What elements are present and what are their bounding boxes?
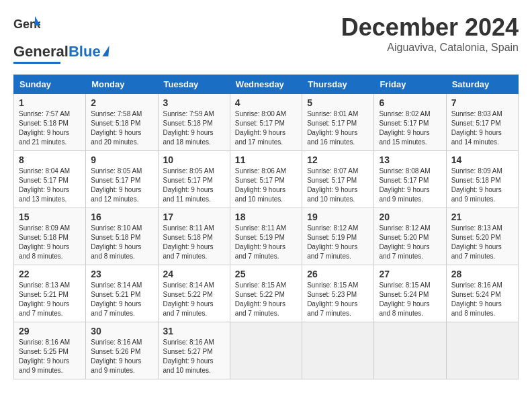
day-number: 7: [451, 97, 513, 108]
day-detail: Sunrise: 8:07 AM Sunset: 5:17 PM Dayligh…: [307, 167, 369, 204]
table-row: 22Sunrise: 8:13 AM Sunset: 5:21 PM Dayli…: [14, 265, 86, 322]
table-row: 2Sunrise: 7:58 AM Sunset: 5:18 PM Daylig…: [86, 94, 158, 151]
day-number: 19: [307, 212, 369, 222]
day-detail: Sunrise: 8:12 AM Sunset: 5:20 PM Dayligh…: [379, 224, 441, 261]
col-sunday: Sunday: [14, 75, 86, 94]
table-row: 19Sunrise: 8:12 AM Sunset: 5:19 PM Dayli…: [302, 208, 374, 265]
table-row: 5Sunrise: 8:01 AM Sunset: 5:17 PM Daylig…: [302, 94, 374, 151]
day-number: 12: [307, 154, 369, 165]
day-detail: Sunrise: 8:02 AM Sunset: 5:17 PM Dayligh…: [379, 109, 441, 147]
day-detail: Sunrise: 8:03 AM Sunset: 5:17 PM Dayligh…: [451, 109, 513, 147]
col-tuesday: Tuesday: [158, 75, 230, 94]
day-detail: Sunrise: 8:01 AM Sunset: 5:17 PM Dayligh…: [307, 109, 369, 147]
day-detail: Sunrise: 8:00 AM Sunset: 5:17 PM Dayligh…: [235, 109, 297, 147]
day-detail: Sunrise: 8:06 AM Sunset: 5:17 PM Dayligh…: [235, 167, 297, 204]
table-row: [446, 322, 518, 379]
table-row: 17Sunrise: 8:11 AM Sunset: 5:18 PM Dayli…: [158, 208, 230, 265]
table-row: 13Sunrise: 8:08 AM Sunset: 5:17 PM Dayli…: [374, 151, 446, 208]
logo: General GeneralBlue: [13, 13, 109, 64]
table-row: 27Sunrise: 8:15 AM Sunset: 5:24 PM Dayli…: [374, 265, 446, 322]
day-number: 16: [91, 212, 152, 222]
day-detail: Sunrise: 8:11 AM Sunset: 5:19 PM Dayligh…: [235, 224, 297, 261]
table-row: 30Sunrise: 8:16 AM Sunset: 5:26 PM Dayli…: [86, 322, 158, 379]
day-detail: Sunrise: 8:14 AM Sunset: 5:22 PM Dayligh…: [163, 281, 225, 318]
table-row: 23Sunrise: 8:14 AM Sunset: 5:21 PM Dayli…: [86, 265, 158, 322]
day-detail: Sunrise: 8:15 AM Sunset: 5:23 PM Dayligh…: [307, 281, 369, 318]
day-detail: Sunrise: 8:04 AM Sunset: 5:17 PM Dayligh…: [19, 167, 81, 204]
table-row: 4Sunrise: 8:00 AM Sunset: 5:17 PM Daylig…: [230, 94, 302, 151]
table-row: 9Sunrise: 8:05 AM Sunset: 5:17 PM Daylig…: [86, 151, 158, 208]
calendar-week-row: 15Sunrise: 8:09 AM Sunset: 5:18 PM Dayli…: [14, 208, 519, 265]
day-detail: Sunrise: 8:05 AM Sunset: 5:17 PM Dayligh…: [91, 167, 152, 204]
day-number: 15: [19, 212, 81, 222]
col-thursday: Thursday: [302, 75, 374, 94]
table-row: 12Sunrise: 8:07 AM Sunset: 5:17 PM Dayli…: [302, 151, 374, 208]
day-detail: Sunrise: 7:57 AM Sunset: 5:18 PM Dayligh…: [19, 109, 81, 147]
day-number: 29: [19, 326, 81, 336]
page-header: General GeneralBlue December 2024 Aiguav…: [13, 13, 519, 64]
table-row: 11Sunrise: 8:06 AM Sunset: 5:17 PM Dayli…: [230, 151, 302, 208]
day-number: 28: [451, 269, 513, 279]
table-row: 10Sunrise: 8:05 AM Sunset: 5:17 PM Dayli…: [158, 151, 230, 208]
day-number: 17: [163, 212, 225, 222]
day-number: 23: [91, 269, 152, 279]
calendar-week-row: 1Sunrise: 7:57 AM Sunset: 5:18 PM Daylig…: [14, 94, 519, 151]
day-detail: Sunrise: 8:16 AM Sunset: 5:24 PM Dayligh…: [451, 281, 513, 318]
table-row: 8Sunrise: 8:04 AM Sunset: 5:17 PM Daylig…: [14, 151, 86, 208]
table-row: 26Sunrise: 8:15 AM Sunset: 5:23 PM Dayli…: [302, 265, 374, 322]
day-number: 31: [163, 326, 225, 336]
calendar-month-year: December 2024: [341, 13, 519, 42]
calendar-title-block: December 2024 Aiguaviva, Catalonia, Spai…: [341, 13, 519, 54]
day-detail: Sunrise: 8:16 AM Sunset: 5:25 PM Dayligh…: [19, 338, 81, 375]
day-number: 22: [19, 269, 81, 279]
day-detail: Sunrise: 8:09 AM Sunset: 5:18 PM Dayligh…: [19, 224, 81, 261]
day-detail: Sunrise: 8:13 AM Sunset: 5:21 PM Dayligh…: [19, 281, 81, 318]
logo-icon: General: [13, 13, 40, 40]
col-monday: Monday: [86, 75, 158, 94]
day-number: 25: [235, 269, 297, 279]
day-detail: Sunrise: 8:16 AM Sunset: 5:27 PM Dayligh…: [163, 338, 225, 375]
day-number: 9: [91, 154, 152, 165]
day-detail: Sunrise: 8:05 AM Sunset: 5:17 PM Dayligh…: [163, 167, 225, 204]
calendar-body: 1Sunrise: 7:57 AM Sunset: 5:18 PM Daylig…: [14, 94, 519, 379]
logo-triangle-icon: [102, 46, 109, 56]
table-row: [302, 322, 374, 379]
table-row: 3Sunrise: 7:59 AM Sunset: 5:18 PM Daylig…: [158, 94, 230, 151]
table-row: 18Sunrise: 8:11 AM Sunset: 5:19 PM Dayli…: [230, 208, 302, 265]
day-detail: Sunrise: 8:09 AM Sunset: 5:18 PM Dayligh…: [451, 167, 513, 204]
table-row: 16Sunrise: 8:10 AM Sunset: 5:18 PM Dayli…: [86, 208, 158, 265]
day-number: 8: [19, 154, 81, 165]
day-detail: Sunrise: 8:14 AM Sunset: 5:21 PM Dayligh…: [91, 281, 152, 318]
day-number: 1: [19, 97, 81, 108]
day-number: 24: [163, 269, 225, 279]
day-number: 14: [451, 154, 513, 165]
logo-general: General: [13, 43, 69, 60]
day-number: 27: [379, 269, 441, 279]
day-detail: Sunrise: 8:15 AM Sunset: 5:24 PM Dayligh…: [379, 281, 441, 318]
day-number: 2: [91, 97, 152, 108]
calendar-week-row: 22Sunrise: 8:13 AM Sunset: 5:21 PM Dayli…: [14, 265, 519, 322]
calendar-table: Sunday Monday Tuesday Wednesday Thursday…: [13, 75, 519, 379]
day-number: 6: [379, 97, 441, 108]
table-row: 1Sunrise: 7:57 AM Sunset: 5:18 PM Daylig…: [14, 94, 86, 151]
calendar-header-row: Sunday Monday Tuesday Wednesday Thursday…: [14, 75, 519, 94]
table-row: 28Sunrise: 8:16 AM Sunset: 5:24 PM Dayli…: [446, 265, 518, 322]
day-detail: Sunrise: 7:58 AM Sunset: 5:18 PM Dayligh…: [91, 109, 152, 147]
calendar-week-row: 8Sunrise: 8:04 AM Sunset: 5:17 PM Daylig…: [14, 151, 519, 208]
table-row: 24Sunrise: 8:14 AM Sunset: 5:22 PM Dayli…: [158, 265, 230, 322]
day-number: 26: [307, 269, 369, 279]
day-number: 20: [379, 212, 441, 222]
col-friday: Friday: [374, 75, 446, 94]
logo-underline: [13, 62, 60, 64]
day-detail: Sunrise: 8:08 AM Sunset: 5:17 PM Dayligh…: [379, 167, 441, 204]
table-row: 6Sunrise: 8:02 AM Sunset: 5:17 PM Daylig…: [374, 94, 446, 151]
table-row: [230, 322, 302, 379]
table-row: 20Sunrise: 8:12 AM Sunset: 5:20 PM Dayli…: [374, 208, 446, 265]
day-number: 10: [163, 154, 225, 165]
table-row: 21Sunrise: 8:13 AM Sunset: 5:20 PM Dayli…: [446, 208, 518, 265]
table-row: [374, 322, 446, 379]
calendar-location: Aiguaviva, Catalonia, Spain: [341, 42, 519, 54]
day-number: 5: [307, 97, 369, 108]
col-wednesday: Wednesday: [230, 75, 302, 94]
table-row: 25Sunrise: 8:15 AM Sunset: 5:22 PM Dayli…: [230, 265, 302, 322]
